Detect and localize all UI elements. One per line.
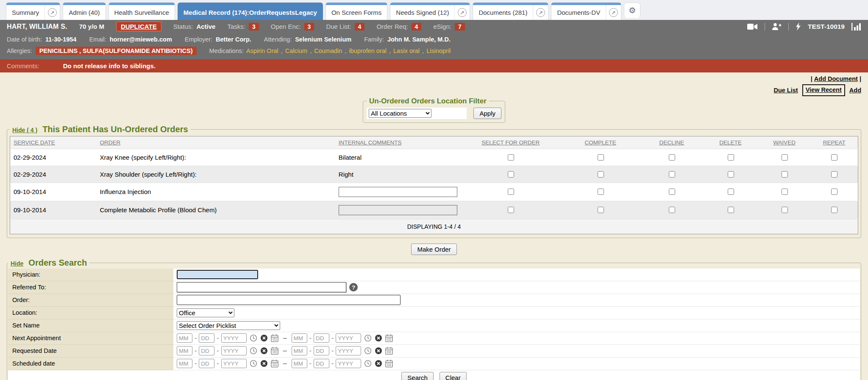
date-mm-input[interactable] [177, 346, 192, 355]
clear-date-icon[interactable] [375, 334, 382, 342]
popout-icon[interactable]: ↗ [45, 5, 60, 20]
calendar-icon[interactable] [271, 360, 278, 368]
date-mm-input[interactable] [177, 359, 192, 368]
complete-checkbox[interactable] [598, 207, 604, 213]
clock-icon[interactable] [250, 334, 257, 342]
clock-icon[interactable] [364, 347, 372, 355]
allergies-value[interactable]: PENICILLINS , SULFA(SULFONAMIDE ANTIBIOT… [36, 47, 197, 55]
clear-date-icon[interactable] [260, 334, 268, 342]
date-dd-input[interactable] [314, 359, 329, 368]
video-camera-icon[interactable] [747, 23, 758, 30]
date-yyyy-input[interactable] [221, 359, 247, 368]
clear-button[interactable]: Clear [440, 372, 467, 380]
waived-checkbox[interactable] [782, 207, 788, 213]
calendar-icon[interactable] [271, 347, 278, 355]
date-mm-input[interactable] [177, 333, 192, 343]
date-mm-input[interactable] [292, 359, 307, 368]
medication-link[interactable]: Lisinopril [426, 47, 451, 54]
due-list-badge[interactable]: 4 [355, 23, 365, 31]
clear-date-icon[interactable] [260, 360, 268, 367]
col-decline[interactable]: DECLINE [640, 136, 703, 149]
tab-needs-signed[interactable]: Needs Signed (12) ↗ [390, 3, 470, 20]
date-mm-input[interactable] [292, 346, 307, 355]
email-value[interactable]: horner@mieweb.com [110, 36, 172, 43]
decline-checkbox[interactable] [669, 207, 675, 213]
repeat-checkbox[interactable] [831, 207, 837, 213]
clock-icon[interactable] [364, 334, 372, 342]
tab-admin[interactable]: Admin (40) [63, 3, 106, 20]
tasks-badge[interactable]: 3 [249, 23, 259, 31]
waived-checkbox[interactable] [782, 154, 788, 161]
physician-input[interactable] [177, 270, 258, 279]
medication-link[interactable]: Calcium [285, 47, 307, 54]
popout-icon[interactable]: ↗ [533, 5, 548, 20]
date-dd-input[interactable] [199, 359, 214, 368]
date-mm-input[interactable] [292, 333, 307, 343]
date-yyyy-input[interactable] [221, 333, 247, 343]
calendar-icon[interactable] [385, 347, 393, 355]
esign-badge[interactable]: 7 [455, 23, 465, 31]
medication-link[interactable]: Lasix oral [393, 47, 420, 54]
tab-settings[interactable]: ⚙ [624, 3, 640, 18]
search-button[interactable]: Search [401, 372, 434, 380]
tab-summary[interactable]: Summary ↗ [6, 3, 60, 20]
decline-checkbox[interactable] [669, 154, 675, 161]
popout-icon[interactable]: ↗ [454, 5, 470, 20]
tab-health-surveillance[interactable]: Health Surveillance [108, 3, 175, 20]
internal-comment-input[interactable] [339, 205, 457, 215]
delete-checkbox[interactable] [728, 171, 734, 178]
hide-orders-link[interactable]: Hide ( 4 ) [12, 127, 37, 133]
col-select-for-order[interactable]: SELECT FOR ORDER [461, 136, 561, 149]
location-filter-select[interactable]: All Locations [369, 109, 431, 118]
medication-link[interactable]: Aspirin Oral [246, 47, 278, 54]
complete-checkbox[interactable] [598, 171, 604, 178]
calendar-icon[interactable] [271, 334, 278, 342]
hide-search-link[interactable]: Hide [11, 260, 23, 267]
location-select[interactable]: Office [177, 308, 234, 317]
clear-date-icon[interactable] [260, 347, 268, 355]
set-name-select[interactable]: Select Order Picklist [177, 321, 280, 330]
due-list-link[interactable]: Due List [773, 86, 798, 95]
add-document-link[interactable]: Add Document [814, 75, 858, 82]
col-delete[interactable]: DELETE [703, 136, 758, 149]
date-dd-input[interactable] [199, 333, 214, 343]
select-for-order-checkbox[interactable] [508, 171, 514, 178]
date-dd-input[interactable] [314, 346, 329, 355]
repeat-checkbox[interactable] [831, 154, 837, 161]
select-for-order-checkbox[interactable] [508, 189, 514, 195]
date-yyyy-input[interactable] [336, 359, 361, 368]
bar-chart-icon[interactable] [851, 23, 861, 31]
apply-button[interactable]: Apply [473, 108, 501, 119]
select-for-order-checkbox[interactable] [508, 207, 514, 213]
make-order-button[interactable]: Make Order [411, 244, 456, 255]
tab-documents[interactable]: Documents (281) ↗ [473, 3, 548, 20]
view-recent-link[interactable]: View Recent [802, 84, 845, 96]
delete-checkbox[interactable] [728, 207, 734, 213]
tab-documents-dv[interactable]: Documents-DV ↗ [551, 3, 621, 20]
date-yyyy-input[interactable] [221, 346, 247, 355]
delete-checkbox[interactable] [728, 189, 734, 195]
decline-checkbox[interactable] [669, 189, 675, 195]
clock-icon[interactable] [250, 360, 257, 367]
col-complete[interactable]: COMPLETE [561, 136, 640, 149]
add-link[interactable]: Add [849, 86, 861, 95]
date-dd-input[interactable] [314, 333, 329, 343]
duplicate-flag[interactable]: DUPLICATE [116, 22, 161, 31]
decline-checkbox[interactable] [669, 171, 675, 178]
date-yyyy-input[interactable] [336, 346, 361, 355]
tab-on-screen-forms[interactable]: On Screen Forms [326, 3, 387, 20]
col-waived[interactable]: WAIVED [758, 136, 811, 149]
select-for-order-checkbox[interactable] [508, 154, 514, 161]
clock-icon[interactable] [364, 360, 372, 367]
waived-checkbox[interactable] [782, 171, 788, 178]
repeat-checkbox[interactable] [831, 171, 837, 178]
col-repeat[interactable]: REPEAT [810, 136, 858, 149]
open-enc-badge[interactable]: 3 [304, 23, 314, 31]
clear-date-icon[interactable] [375, 347, 382, 355]
help-icon[interactable]: ? [349, 283, 358, 291]
date-yyyy-input[interactable] [336, 333, 361, 343]
col-service-date[interactable]: SERVICE DATE [10, 136, 97, 149]
delete-checkbox[interactable] [728, 154, 734, 161]
medication-link[interactable]: Coumadin [314, 47, 342, 54]
referred-to-input[interactable] [177, 282, 346, 292]
